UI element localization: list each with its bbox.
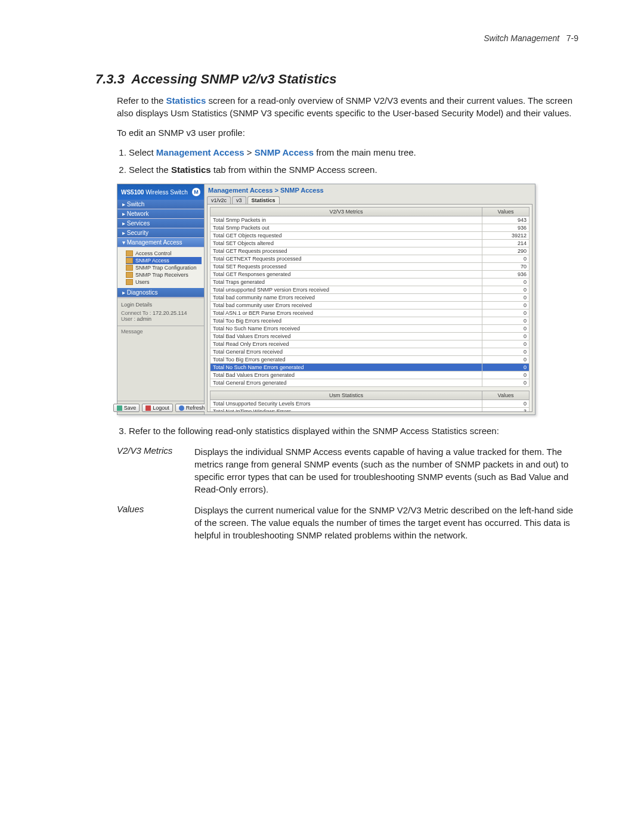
value-cell: 3 xyxy=(482,408,530,413)
logout-icon xyxy=(145,405,151,411)
tree-item-snmp-trap-configuration[interactable]: SNMP Trap Configuration xyxy=(126,264,202,271)
value-cell: 0 xyxy=(482,379,530,387)
metric-cell: Total No Such Name Errors received xyxy=(210,325,482,333)
metric-cell: Total Bad Values Errors generated xyxy=(210,371,482,379)
definition-row: Values Displays the current numerical va… xyxy=(117,504,578,541)
def-term-metrics: V2/V3 Metrics xyxy=(117,445,194,496)
table-row[interactable]: Total Too Big Errors received0 xyxy=(210,317,530,325)
value-cell: 0 xyxy=(482,278,530,286)
metric-cell: Total ASN.1 or BER Parse Errors received xyxy=(210,309,482,317)
value-cell: 0 xyxy=(482,371,530,379)
value-cell: 0 xyxy=(482,340,530,348)
table-row[interactable]: Total bad community name Errors received… xyxy=(210,294,530,302)
sidebar-item-services[interactable]: ▸ Services xyxy=(117,219,204,228)
logout-button[interactable]: Logout xyxy=(142,404,173,412)
table-row[interactable]: Total GETNEXT Requests processed0 xyxy=(210,255,530,263)
metric-cell: Total Snmp Packets out xyxy=(210,224,482,232)
login-heading: Login Details xyxy=(121,302,200,308)
value-cell: 936 xyxy=(482,224,530,232)
table-row[interactable]: Total Traps generated0 xyxy=(210,278,530,286)
value-cell: 0 xyxy=(482,317,530,325)
folder-icon xyxy=(126,272,133,278)
table-row[interactable]: Total Snmp Packets out936 xyxy=(210,224,530,232)
metric-cell: Total GET Responses generated xyxy=(210,271,482,278)
tree-item-snmp-trap-receivers[interactable]: SNMP Trap Receivers xyxy=(126,271,202,278)
tab-statistics[interactable]: Statistics xyxy=(247,196,280,204)
steps-list-cont: Refer to the following read-only statist… xyxy=(117,425,578,438)
step-2: Select the Statistics tab from within th… xyxy=(129,163,578,177)
nav-tree: Access Control SNMP Access SNMP Trap Con… xyxy=(117,247,204,288)
table-row[interactable]: Total Unsupported Security Levels Errors… xyxy=(210,400,530,408)
value-cell: 0 xyxy=(482,302,530,309)
table-row[interactable]: Total Bad Values Errors generated0 xyxy=(210,371,530,379)
tree-item-access-control[interactable]: Access Control xyxy=(126,250,202,257)
table-row[interactable]: Total No Such Name Errors received0 xyxy=(210,325,530,333)
sidebar-item-security[interactable]: ▸ Security xyxy=(117,228,204,238)
metric-cell: Total GET Requests processed xyxy=(210,247,482,255)
statistics-panel: V2/V3 Metrics Values Total Snmp Packets … xyxy=(207,204,532,412)
connect-value: 172.20.25.114 xyxy=(153,310,187,316)
sidebar-item-switch[interactable]: ▸ Switch xyxy=(117,200,204,209)
value-cell: 0 xyxy=(482,294,530,302)
refresh-button[interactable]: Refresh xyxy=(175,404,209,412)
step-3: Refer to the following read-only statist… xyxy=(129,425,578,438)
table-row[interactable]: Total No Such Name Errors generated0 xyxy=(210,364,530,371)
header-title: Switch Management xyxy=(484,33,559,43)
table-row[interactable]: Total Read Only Errors received0 xyxy=(210,340,530,348)
table-row[interactable]: Total Snmp Packets in943 xyxy=(210,216,530,224)
table-row[interactable]: Total General Errors received0 xyxy=(210,348,530,356)
metric-cell: Total Traps generated xyxy=(210,278,482,286)
save-icon xyxy=(117,405,122,411)
table-row[interactable]: Total Not InTime Windows Errors3 xyxy=(210,408,530,413)
folder-icon xyxy=(126,258,133,264)
tree-item-snmp-access[interactable]: SNMP Access xyxy=(126,257,202,264)
brand-logo-icon: M xyxy=(192,188,200,196)
nav: ▸ Switch ▸ Network ▸ Services ▸ Security… xyxy=(117,200,204,298)
folder-icon xyxy=(126,265,133,271)
step-1: Select Management Access > SNMP Access f… xyxy=(129,146,578,160)
intro-paragraph: Refer to the Statistics screen for a rea… xyxy=(117,94,578,119)
col-metrics: V2/V3 Metrics xyxy=(210,208,482,216)
table-row[interactable]: Total GET Responses generated936 xyxy=(210,271,530,278)
page-header: Switch Management 7-9 xyxy=(95,33,578,43)
brand-bar: WS5100 Wireless Switch M xyxy=(117,184,204,200)
table-row[interactable]: Total SET Requests processed70 xyxy=(210,263,530,271)
table-row[interactable]: Total Too Big Errors generated0 xyxy=(210,356,530,364)
table-row[interactable]: Total General Errors generated0 xyxy=(210,379,530,387)
sidebar-item-management-access[interactable]: ▾ Management Access xyxy=(117,238,204,247)
table-row[interactable]: Total GET Objects requested39212 xyxy=(210,232,530,240)
tab-v1v2[interactable]: v1/v2c xyxy=(207,196,231,204)
sidebar-buttons: Save Logout Refresh xyxy=(117,401,204,414)
definitions: V2/V3 Metrics Displays the individual SN… xyxy=(117,445,578,541)
table-row[interactable]: Total Bad Values Errors received0 xyxy=(210,333,530,340)
sidebar-item-network[interactable]: ▸ Network xyxy=(117,209,204,219)
metric-cell: Total Too Big Errors generated xyxy=(210,356,482,364)
metric-cell: Total General Errors generated xyxy=(210,379,482,387)
value-cell: 70 xyxy=(482,263,530,271)
save-button[interactable]: Save xyxy=(113,404,140,412)
user-value: admin xyxy=(137,316,152,322)
tab-v3[interactable]: v3 xyxy=(232,196,246,204)
col-usm-values: Values xyxy=(482,391,530,400)
value-cell: 0 xyxy=(482,255,530,263)
metric-cell: Total bad community name Errors received xyxy=(210,294,482,302)
app-screenshot: WS5100 Wireless Switch M ▸ Switch ▸ Netw… xyxy=(117,184,535,415)
value-cell: 0 xyxy=(482,348,530,356)
table-row[interactable]: Total ASN.1 or BER Parse Errors received… xyxy=(210,309,530,317)
metric-cell: Total Snmp Packets in xyxy=(210,216,482,224)
table-row[interactable]: Total unsupported SNMP version Errors re… xyxy=(210,286,530,294)
table-row[interactable]: Total bad community user Errors received… xyxy=(210,302,530,309)
table-row[interactable]: Total GET Requests processed290 xyxy=(210,247,530,255)
table-row[interactable]: Total SET Objects altered214 xyxy=(210,240,530,247)
metric-cell: Total Too Big Errors received xyxy=(210,317,482,325)
value-cell: 0 xyxy=(482,325,530,333)
def-desc-values: Displays the current numerical value for… xyxy=(194,504,578,541)
refresh-icon xyxy=(179,405,184,411)
metric-cell: Total No Such Name Errors generated xyxy=(210,364,482,371)
intro-subheading: To edit an SNMP v3 user profile: xyxy=(117,126,578,139)
metric-cell: Total bad community user Errors received xyxy=(210,302,482,309)
tree-item-users[interactable]: Users xyxy=(126,278,202,286)
statistics-link: Statistics xyxy=(166,95,206,106)
metric-cell: Total Unsupported Security Levels Errors xyxy=(210,400,482,408)
sidebar-item-diagnostics[interactable]: ▸ Diagnostics xyxy=(117,288,204,298)
